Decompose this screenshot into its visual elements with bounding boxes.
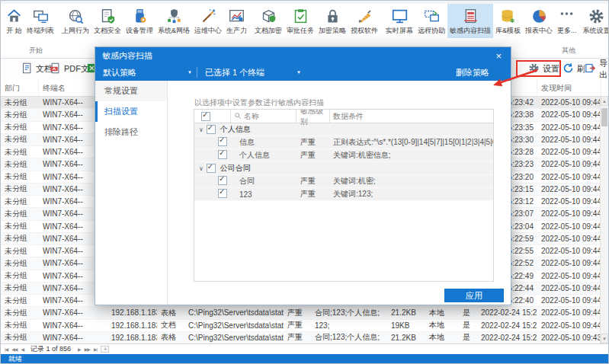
nav-last-button[interactable]: ▶| [94,346,97,352]
cell-dept: 未分组 [1,283,39,293]
scan-rule-row[interactable]: 信息严重正则表达式:^\s*.*(13[0-9]|14[5|7]|15[0|1|… [194,136,493,149]
close-icon[interactable]: × [493,50,504,62]
cell-dept: 未分组 [1,209,39,219]
scan-rule-row[interactable]: 合同严重关键词:机密; [194,175,493,188]
ribbon-item-report-center[interactable]: 报表中心 [523,4,555,38]
ribbon-item-device-manage[interactable]: 设备管理 [123,4,155,38]
scan-rule-group-row[interactable]: ∨个人信息 [194,123,493,136]
rule-name: 合同 [231,176,296,187]
column-header-ftime[interactable]: 发现时间 [537,79,601,96]
record-count-label: 记录 1 of 856 [30,344,71,354]
policy-dropdown[interactable]: 默认策略 ▼ [95,64,197,81]
name-column-header[interactable]: 名称 [231,110,296,123]
ribbon-item-doc-security[interactable]: 文档安全 [91,4,123,38]
cell-size: 19KB [387,321,425,330]
scroll-down-arrow[interactable]: ▼ [601,334,608,343]
cell-ftime: 2022-05-10 09:44:00 [537,296,601,305]
sensitive-scan-icon [463,8,479,24]
rule-group-name: 公司合同 [220,163,251,174]
apply-button[interactable]: 应用 [444,289,504,302]
ribbon-item-sensitive-scan[interactable]: 敏感内容扫描 [447,4,493,38]
cell-ftime: 2022-05-10 09:44:02 [537,247,601,255]
checkbox-checked[interactable] [218,137,227,146]
ribbon-item-home[interactable]: 开 始 [4,4,24,38]
condition-column-header[interactable]: 数据条件 [330,110,493,123]
ribbon-item-ops-center[interactable]: 运维中心 [192,4,224,38]
cell-dept: 未分组 [1,110,39,120]
dialog-sidebar-item-1[interactable]: 常规设置 [95,81,167,101]
device-manage-icon [132,8,148,24]
cell-terminal: WIN7-X64-- [39,321,107,330]
terminal-dropdown[interactable]: 已选择 1 个终端 ▼ [197,64,306,81]
dialog-title-bar: 敏感内容扫描 × [95,47,511,64]
cell-location: 本地 [425,320,459,330]
chevron-down-icon[interactable]: ∨ [199,165,204,172]
nav-prev-button[interactable]: ◀ [21,346,24,352]
level-column-header[interactable]: 敏感级别 [296,110,330,123]
ribbon-item-web-activity[interactable]: 上网行为 [59,4,91,38]
scroll-up-arrow[interactable]: ▲ [601,96,608,106]
ribbon-item-label: 远程协助 [418,26,445,36]
scan-rule-row[interactable]: 个人信息严重关键词:机密信息; [194,149,493,162]
scan-rule-group-row[interactable]: ∨公司合同 [194,162,493,175]
vertical-scrollbar[interactable]: ▲ ▼ [600,96,608,343]
doc-filter-button[interactable]: 文档 [21,59,53,79]
cell-path: C:\Ping32\Server\tsdata\static\backu... [184,308,284,317]
nav-next-button[interactable]: ▶ [78,346,81,352]
dialog-sidebar-item-3[interactable]: 排除路径 [95,122,167,142]
select-all-checkbox[interactable] [201,112,210,121]
table-row[interactable]: 未分组WIN7-X64--192.168.1.183文档C:\Ping32\Se… [1,320,608,332]
checkbox-checked[interactable] [207,125,216,134]
ribbon-item-system-settings[interactable]: 系统设置 [581,4,608,38]
table-row[interactable]: 未分组WIN7-X64--192.168.1.183表格C:\Ping32\Se… [1,332,608,344]
nav-extra-button[interactable]: + [101,346,109,353]
ribbon-group-label-start: 开始 [1,46,71,56]
doc-encrypt-icon [261,8,277,24]
ribbon-item-label: 敏感内容扫描 [450,26,491,36]
cell-terminal: WIN7-X64-- [39,334,107,342]
ribbon-item-system-network[interactable]: 系统&网络 [155,4,192,38]
ribbon-group-label-other: 其他 [534,46,603,56]
annotation-arrow [487,66,542,91]
ribbon-item-label: 运维中心 [194,26,222,36]
ribbon-item-label: 报表中心 [525,26,553,36]
more-icon [559,8,575,24]
ribbon-item-encrypt-policy[interactable]: 加密策略 [316,4,348,38]
ribbon-item-approval-tasks[interactable]: 审批任务 [284,4,316,38]
ribbon-item-live-screen[interactable]: 实时屏幕 [383,4,415,38]
nav-first-button[interactable]: |◀ [5,346,8,352]
scroll-thumb[interactable] [601,108,607,126]
column-header-dept[interactable]: 部门 [1,79,39,96]
cell-dept: 未分组 [1,171,39,182]
cell-flag: 是 [459,308,477,318]
ribbon-item-doc-encrypt[interactable]: 文档加密 [252,4,284,38]
nav-next-page-button[interactable]: ▶▶ [85,346,90,352]
ribbon-item-remote-assist[interactable]: 远程协助 [415,4,447,38]
cell-content: 123; [311,321,387,330]
table-row[interactable]: 未分组WIN7-X64--192.168.1.183表格C:\Ping32\Se… [1,307,608,319]
app-window: 开 始终端列表上网行为文档安全设备管理系统&网络运维中心生产力文档加密审批任务加… [0,0,609,364]
cell-ftime: 2022-05-10 09:44:02 [537,222,601,231]
export-button[interactable]: 导出 [585,59,608,79]
dialog-sidebar-item-2[interactable]: 扫描设置 [95,101,167,122]
cell-content: 合同;123;个人信息; [311,332,387,343]
sensitive-scan-dialog: 敏感内容扫描 × 默认策略 ▼ 已选择 1 个终端 ▼ 删除策略 常规设置扫描设… [95,46,511,305]
ribbon-item-label: 授权软件 [351,26,378,36]
delete-policy-button[interactable]: 删除策略 [456,67,489,78]
nav-prev-page-button[interactable]: ◀◀ [11,346,17,352]
ribbon-item-more[interactable]: 更多... [555,4,579,38]
checkbox-checked[interactable] [218,176,227,185]
chevron-down-icon[interactable]: ∨ [199,126,204,133]
cell-ftime: 2022-05-10 09:44:06 [537,136,601,144]
cell-path: C:\Ping32\Server\tsdata\static\back... [184,321,284,330]
checkbox-checked[interactable] [207,164,216,173]
scan-rules-header: 名称 敏感级别 数据条件 [194,110,493,123]
checkbox-checked[interactable] [218,150,227,159]
checkbox-checked[interactable] [218,189,227,198]
scan-rule-row[interactable]: 123严重关键词:123; [194,188,493,201]
ribbon-item-licensed-software[interactable]: 授权软件 [348,4,380,38]
scan-instruction: 以选择项中设置参数进行敏感内容扫描 [194,97,324,108]
ribbon-item-library-template[interactable]: 库&模板 [493,4,523,38]
ribbon-item-terminals[interactable]: 终端列表 [24,4,56,38]
ribbon-item-productivity[interactable]: 生产力 [224,4,249,38]
